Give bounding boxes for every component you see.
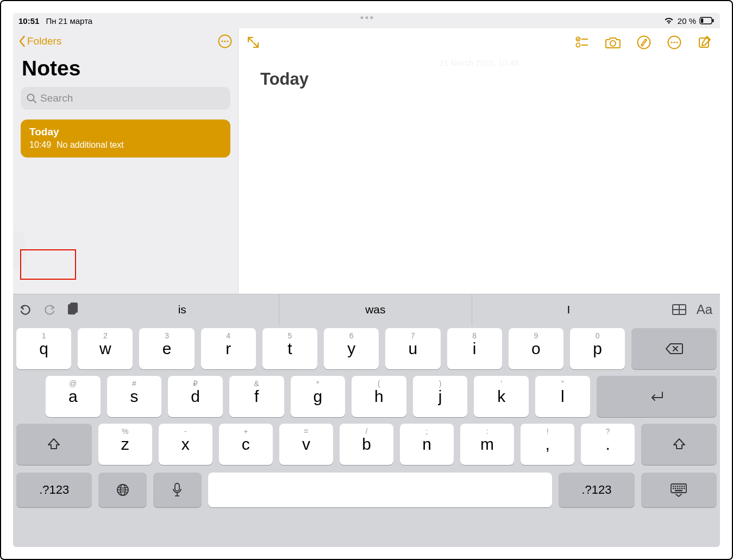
clock: 10:51 bbox=[18, 16, 39, 26]
key-s[interactable]: #s bbox=[107, 376, 162, 417]
svg-rect-45 bbox=[684, 488, 685, 489]
svg-point-11 bbox=[576, 43, 580, 47]
markup-button[interactable] bbox=[636, 35, 651, 50]
globe-key[interactable] bbox=[98, 473, 147, 507]
undo-button[interactable] bbox=[18, 303, 33, 317]
key-j[interactable]: )j bbox=[413, 376, 468, 417]
key-x[interactable]: -x bbox=[159, 424, 212, 465]
key-t[interactable]: 5t bbox=[262, 328, 317, 369]
key-p[interactable]: 0p bbox=[570, 328, 625, 369]
key-g[interactable]: *g bbox=[291, 376, 346, 417]
key-z[interactable]: %z bbox=[98, 424, 152, 465]
clipboard-button[interactable] bbox=[66, 302, 79, 317]
key-r[interactable]: 4r bbox=[201, 328, 256, 369]
table-insert-button[interactable] bbox=[672, 304, 687, 316]
return-key[interactable] bbox=[597, 376, 717, 417]
note-item-title: Today bbox=[29, 126, 222, 138]
note-item-preview: No additional text bbox=[57, 140, 124, 150]
expand-fullscreen-button[interactable] bbox=[246, 35, 260, 49]
suggestion-3[interactable]: I bbox=[472, 294, 665, 325]
svg-rect-46 bbox=[675, 490, 682, 492]
key-b[interactable]: /b bbox=[340, 424, 393, 465]
key-f[interactable]: &f bbox=[229, 376, 284, 417]
compose-button[interactable] bbox=[697, 35, 712, 50]
battery-pct: 20 % bbox=[678, 16, 696, 26]
key-l[interactable]: "l bbox=[535, 376, 590, 417]
shift-key-right[interactable] bbox=[641, 424, 717, 465]
svg-rect-21 bbox=[70, 303, 78, 313]
note-heading[interactable]: Today bbox=[260, 70, 698, 89]
svg-rect-35 bbox=[675, 486, 676, 487]
svg-point-5 bbox=[224, 40, 225, 42]
key-d[interactable]: ₽d bbox=[168, 376, 223, 417]
key-m[interactable]: :m bbox=[460, 424, 514, 465]
svg-rect-36 bbox=[677, 486, 679, 487]
svg-line-8 bbox=[33, 100, 36, 103]
camera-button[interactable] bbox=[605, 35, 621, 49]
numbers-mode-key-left[interactable]: .?123 bbox=[16, 473, 92, 507]
svg-point-4 bbox=[221, 40, 223, 42]
note-timestamp: 21 March 2022, 10:49 bbox=[440, 59, 519, 67]
suggestion-1[interactable]: is bbox=[86, 294, 279, 325]
space-key[interactable] bbox=[208, 473, 553, 507]
svg-rect-38 bbox=[681, 486, 683, 487]
sidebar-more-button[interactable] bbox=[217, 34, 233, 49]
suggestion-2[interactable]: was bbox=[279, 294, 472, 325]
dismiss-keyboard-key[interactable] bbox=[641, 473, 717, 507]
key-e[interactable]: 3e bbox=[139, 328, 194, 369]
key-period[interactable]: ?. bbox=[581, 424, 635, 465]
kb-row-3: %z -x +c =v /b ;n :m !, ?. bbox=[16, 424, 717, 465]
key-v[interactable]: =v bbox=[279, 424, 333, 465]
multitask-grabber[interactable] bbox=[360, 16, 373, 19]
editor-more-button[interactable] bbox=[667, 35, 682, 50]
key-comma[interactable]: !, bbox=[521, 424, 574, 465]
key-y[interactable]: 6y bbox=[324, 328, 379, 369]
svg-rect-39 bbox=[684, 486, 685, 487]
svg-rect-2 bbox=[712, 19, 714, 22]
key-w[interactable]: 2w bbox=[78, 328, 133, 369]
kb-row-2: @a #s ₽d &f *g (h )j 'k "l bbox=[16, 376, 717, 417]
checklist-button[interactable] bbox=[574, 35, 590, 50]
editor-toolbar bbox=[239, 28, 720, 56]
svg-rect-30 bbox=[175, 483, 179, 491]
svg-rect-42 bbox=[677, 488, 679, 489]
svg-rect-41 bbox=[675, 488, 676, 489]
key-i[interactable]: 8i bbox=[447, 328, 502, 369]
svg-rect-37 bbox=[679, 486, 681, 487]
key-o[interactable]: 9o bbox=[509, 328, 563, 369]
svg-point-17 bbox=[673, 41, 675, 43]
svg-point-14 bbox=[638, 36, 650, 49]
status-date: Пн 21 марта bbox=[46, 16, 92, 26]
key-n[interactable]: ;n bbox=[400, 424, 454, 465]
slide-over-handle[interactable] bbox=[13, 231, 25, 269]
onscreen-keyboard: is was I Aa 1q 2w 3e 4r 5t bbox=[13, 294, 720, 547]
kb-row-4: .?123 .?123 bbox=[16, 473, 717, 507]
battery-icon bbox=[699, 17, 715, 24]
note-editor[interactable]: 21 March 2022, 10:49 Today bbox=[239, 28, 720, 294]
redo-button[interactable] bbox=[42, 303, 57, 317]
back-to-folders-button[interactable]: Folders bbox=[18, 35, 61, 47]
text-format-button[interactable]: Aa bbox=[697, 302, 712, 317]
status-bar: 10:51 Пн 21 марта 20 % bbox=[13, 13, 720, 28]
backspace-key[interactable] bbox=[631, 328, 717, 369]
svg-point-6 bbox=[227, 40, 228, 42]
key-c[interactable]: +c bbox=[219, 424, 273, 465]
svg-point-18 bbox=[676, 41, 678, 43]
key-h[interactable]: (h bbox=[352, 376, 406, 417]
svg-rect-44 bbox=[681, 488, 683, 489]
key-q[interactable]: 1q bbox=[16, 328, 71, 369]
numbers-mode-key-right[interactable]: .?123 bbox=[559, 473, 634, 507]
key-a[interactable]: @a bbox=[46, 376, 101, 417]
svg-point-13 bbox=[610, 41, 616, 46]
svg-rect-40 bbox=[673, 488, 674, 489]
page-title: Notes bbox=[13, 52, 238, 87]
svg-rect-34 bbox=[673, 486, 674, 487]
shift-key-left[interactable] bbox=[16, 424, 92, 465]
dictation-key[interactable] bbox=[153, 473, 202, 507]
key-k[interactable]: 'k bbox=[474, 376, 529, 417]
search-input[interactable]: Search bbox=[21, 87, 230, 110]
svg-rect-43 bbox=[679, 488, 681, 489]
key-u[interactable]: 7u bbox=[385, 328, 440, 369]
note-list-item[interactable]: Today 10:49 No additional text bbox=[21, 119, 230, 158]
svg-rect-1 bbox=[701, 18, 703, 23]
